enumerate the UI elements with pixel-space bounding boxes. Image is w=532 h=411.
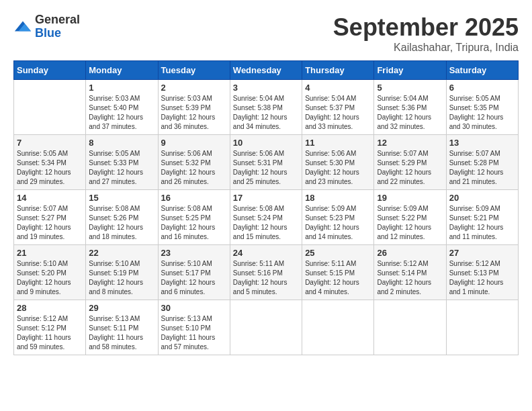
day-number: 19 (377, 193, 443, 203)
calendar-day-header: Friday (374, 61, 446, 80)
calendar-cell: 3Sunrise: 5:04 AM Sunset: 5:38 PM Daylig… (230, 80, 302, 135)
calendar-cell: 6Sunrise: 5:05 AM Sunset: 5:35 PM Daylig… (446, 80, 518, 135)
calendar-cell (302, 300, 374, 355)
day-number: 17 (233, 193, 299, 203)
day-info: Sunrise: 5:06 AM Sunset: 5:31 PM Dayligh… (233, 149, 299, 187)
day-info: Sunrise: 5:04 AM Sunset: 5:36 PM Dayligh… (377, 94, 443, 132)
calendar-cell: 7Sunrise: 5:05 AM Sunset: 5:34 PM Daylig… (14, 135, 86, 190)
calendar-header-row: SundayMondayTuesdayWednesdayThursdayFrid… (14, 61, 519, 80)
day-number: 12 (377, 138, 443, 148)
calendar-cell: 12Sunrise: 5:07 AM Sunset: 5:29 PM Dayli… (374, 135, 446, 190)
calendar-cell: 15Sunrise: 5:08 AM Sunset: 5:26 PM Dayli… (86, 190, 158, 245)
day-info: Sunrise: 5:10 AM Sunset: 5:17 PM Dayligh… (161, 259, 227, 297)
day-info: Sunrise: 5:03 AM Sunset: 5:40 PM Dayligh… (89, 94, 154, 132)
day-number: 3 (233, 83, 299, 93)
calendar-cell (230, 300, 302, 355)
title-block: September 2025 Kailashahar, Tripura, Ind… (333, 13, 519, 54)
day-info: Sunrise: 5:13 AM Sunset: 5:11 PM Dayligh… (89, 314, 154, 352)
day-info: Sunrise: 5:08 AM Sunset: 5:25 PM Dayligh… (161, 204, 227, 242)
day-number: 14 (17, 193, 83, 203)
day-info: Sunrise: 5:04 AM Sunset: 5:38 PM Dayligh… (233, 94, 299, 132)
calendar-cell: 18Sunrise: 5:09 AM Sunset: 5:23 PM Dayli… (302, 190, 374, 245)
day-info: Sunrise: 5:03 AM Sunset: 5:39 PM Dayligh… (161, 94, 227, 132)
day-info: Sunrise: 5:06 AM Sunset: 5:30 PM Dayligh… (305, 149, 371, 187)
calendar-cell: 24Sunrise: 5:11 AM Sunset: 5:16 PM Dayli… (230, 245, 302, 300)
day-info: Sunrise: 5:09 AM Sunset: 5:22 PM Dayligh… (377, 204, 443, 242)
day-info: Sunrise: 5:11 AM Sunset: 5:16 PM Dayligh… (233, 259, 299, 297)
day-info: Sunrise: 5:12 AM Sunset: 5:14 PM Dayligh… (377, 259, 443, 297)
calendar-day-header: Wednesday (230, 61, 302, 80)
day-info: Sunrise: 5:08 AM Sunset: 5:26 PM Dayligh… (89, 204, 154, 242)
day-number: 1 (89, 83, 154, 93)
logo-blue-text: Blue (35, 27, 80, 40)
day-number: 18 (305, 193, 371, 203)
day-info: Sunrise: 5:09 AM Sunset: 5:23 PM Dayligh… (305, 204, 371, 242)
logo-icon (13, 17, 32, 36)
calendar-cell: 27Sunrise: 5:12 AM Sunset: 5:13 PM Dayli… (446, 245, 518, 300)
calendar-cell: 19Sunrise: 5:09 AM Sunset: 5:22 PM Dayli… (374, 190, 446, 245)
day-info: Sunrise: 5:13 AM Sunset: 5:10 PM Dayligh… (161, 314, 227, 352)
day-info: Sunrise: 5:05 AM Sunset: 5:33 PM Dayligh… (89, 149, 154, 187)
day-info: Sunrise: 5:04 AM Sunset: 5:37 PM Dayligh… (305, 94, 371, 132)
day-number: 30 (161, 303, 227, 313)
calendar-cell: 29Sunrise: 5:13 AM Sunset: 5:11 PM Dayli… (86, 300, 158, 355)
calendar-cell: 4Sunrise: 5:04 AM Sunset: 5:37 PM Daylig… (302, 80, 374, 135)
day-number: 28 (17, 303, 83, 313)
month-title: September 2025 (333, 13, 519, 42)
day-number: 16 (161, 193, 227, 203)
day-number: 20 (449, 193, 515, 203)
calendar-cell: 26Sunrise: 5:12 AM Sunset: 5:14 PM Dayli… (374, 245, 446, 300)
calendar-day-header: Sunday (14, 61, 86, 80)
day-number: 4 (305, 83, 371, 93)
day-number: 8 (89, 138, 154, 148)
calendar-cell: 21Sunrise: 5:10 AM Sunset: 5:20 PM Dayli… (14, 245, 86, 300)
day-number: 22 (89, 248, 154, 258)
logo-general-text: General (35, 13, 80, 27)
day-number: 15 (89, 193, 154, 203)
day-number: 5 (377, 83, 443, 93)
calendar-cell: 23Sunrise: 5:10 AM Sunset: 5:17 PM Dayli… (158, 245, 230, 300)
calendar-cell: 17Sunrise: 5:08 AM Sunset: 5:24 PM Dayli… (230, 190, 302, 245)
calendar-week-row: 1Sunrise: 5:03 AM Sunset: 5:40 PM Daylig… (14, 80, 519, 135)
calendar-week-row: 28Sunrise: 5:12 AM Sunset: 5:12 PM Dayli… (14, 300, 519, 355)
calendar-cell: 1Sunrise: 5:03 AM Sunset: 5:40 PM Daylig… (86, 80, 158, 135)
day-number: 21 (17, 248, 83, 258)
day-info: Sunrise: 5:12 AM Sunset: 5:12 PM Dayligh… (17, 314, 83, 352)
day-info: Sunrise: 5:12 AM Sunset: 5:13 PM Dayligh… (449, 259, 515, 297)
calendar-cell: 20Sunrise: 5:09 AM Sunset: 5:21 PM Dayli… (446, 190, 518, 245)
calendar-cell: 22Sunrise: 5:10 AM Sunset: 5:19 PM Dayli… (86, 245, 158, 300)
calendar-cell (374, 300, 446, 355)
day-number: 24 (233, 248, 299, 258)
logo: General Blue (13, 13, 80, 40)
calendar-cell: 11Sunrise: 5:06 AM Sunset: 5:30 PM Dayli… (302, 135, 374, 190)
day-number: 9 (161, 138, 227, 148)
day-number: 11 (305, 138, 371, 148)
day-number: 26 (377, 248, 443, 258)
day-number: 13 (449, 138, 515, 148)
day-info: Sunrise: 5:10 AM Sunset: 5:20 PM Dayligh… (17, 259, 83, 297)
calendar-cell: 9Sunrise: 5:06 AM Sunset: 5:32 PM Daylig… (158, 135, 230, 190)
calendar-cell: 10Sunrise: 5:06 AM Sunset: 5:31 PM Dayli… (230, 135, 302, 190)
calendar-cell (446, 300, 518, 355)
calendar-week-row: 14Sunrise: 5:07 AM Sunset: 5:27 PM Dayli… (14, 190, 519, 245)
day-number: 2 (161, 83, 227, 93)
calendar-day-header: Saturday (446, 61, 518, 80)
day-info: Sunrise: 5:06 AM Sunset: 5:32 PM Dayligh… (161, 149, 227, 187)
calendar-cell: 30Sunrise: 5:13 AM Sunset: 5:10 PM Dayli… (158, 300, 230, 355)
day-info: Sunrise: 5:10 AM Sunset: 5:19 PM Dayligh… (89, 259, 154, 297)
calendar-cell: 13Sunrise: 5:07 AM Sunset: 5:28 PM Dayli… (446, 135, 518, 190)
calendar-cell: 8Sunrise: 5:05 AM Sunset: 5:33 PM Daylig… (86, 135, 158, 190)
calendar-day-header: Thursday (302, 61, 374, 80)
day-info: Sunrise: 5:11 AM Sunset: 5:15 PM Dayligh… (305, 259, 371, 297)
day-number: 7 (17, 138, 83, 148)
calendar-cell: 16Sunrise: 5:08 AM Sunset: 5:25 PM Dayli… (158, 190, 230, 245)
calendar-day-header: Monday (86, 61, 158, 80)
day-info: Sunrise: 5:05 AM Sunset: 5:34 PM Dayligh… (17, 149, 83, 187)
calendar-day-header: Tuesday (158, 61, 230, 80)
day-info: Sunrise: 5:07 AM Sunset: 5:28 PM Dayligh… (449, 149, 515, 187)
page-header: General Blue September 2025 Kailashahar,… (13, 13, 519, 54)
day-number: 10 (233, 138, 299, 148)
calendar-cell: 2Sunrise: 5:03 AM Sunset: 5:39 PM Daylig… (158, 80, 230, 135)
day-info: Sunrise: 5:08 AM Sunset: 5:24 PM Dayligh… (233, 204, 299, 242)
day-number: 29 (89, 303, 154, 313)
